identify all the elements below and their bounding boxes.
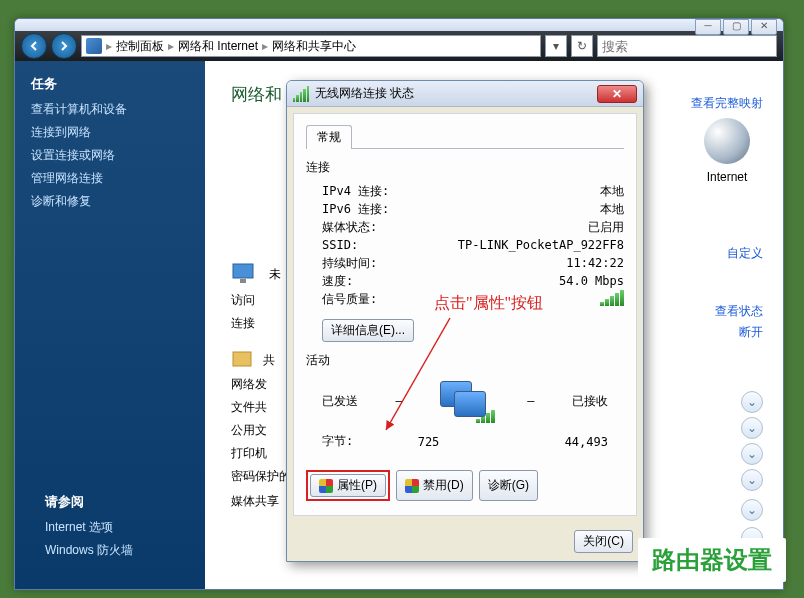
ipv6-label: IPv6 连接: [322, 200, 442, 218]
sidebar-item-devices[interactable]: 查看计算机和设备 [31, 101, 189, 118]
recv-label: 已接收 [572, 393, 608, 410]
tasks-heading: 任务 [31, 75, 189, 93]
breadcrumb-item[interactable]: 控制面板 [116, 38, 164, 55]
details-button[interactable]: 详细信息(E)... [322, 319, 414, 342]
svg-rect-2 [233, 352, 251, 366]
maximize-button[interactable]: ▢ [723, 19, 749, 35]
minimize-button[interactable]: ─ [695, 19, 721, 35]
network-icon [231, 262, 261, 286]
duration-value: 11:42:22 [442, 254, 624, 272]
shield-icon [405, 479, 419, 493]
network-name-partial: 未 [269, 266, 281, 283]
bytes-recv: 44,493 [515, 435, 608, 449]
view-map-link[interactable]: 查看完整映射 [691, 95, 763, 112]
breadcrumb-item[interactable]: 网络和共享中心 [272, 38, 356, 55]
breadcrumb-item[interactable]: 网络和 Internet [178, 38, 258, 55]
dialog-titlebar: 无线网络连接 状态 ✕ [287, 81, 643, 107]
back-button[interactable] [21, 33, 47, 59]
address-bar: ▸ 控制面板 ▸ 网络和 Internet ▸ 网络和共享中心 ▾ ↻ [15, 31, 783, 61]
see-also-heading: 请参阅 [45, 493, 133, 511]
ipv6-value: 本地 [442, 200, 624, 218]
arrow-right-icon [58, 40, 70, 52]
dialog-title: 无线网络连接 状态 [315, 85, 591, 102]
dialog-close-button[interactable]: ✕ [597, 85, 637, 103]
tutorial-annotation: 点击"属性"按钮 [434, 293, 543, 314]
activity-group-title: 活动 [306, 352, 624, 369]
globe-icon [704, 118, 750, 164]
sidebar-item-connect[interactable]: 连接到网络 [31, 124, 189, 141]
ssid-value: TP-LINK_PocketAP_922FF8 [442, 236, 624, 254]
forward-button[interactable] [51, 33, 77, 59]
duration-label: 持续时间: [322, 254, 442, 272]
annotation-highlight: 属性(P) [306, 470, 390, 501]
signal-label: 信号质量: [322, 290, 442, 311]
sidebar-item-inetopts[interactable]: Internet 选项 [45, 519, 133, 536]
control-panel-icon [86, 38, 102, 54]
expand-button[interactable]: ⌄ [741, 443, 763, 465]
arrow-left-icon [28, 40, 40, 52]
wifi-icon [293, 86, 309, 102]
bytes-label: 字节: [322, 433, 382, 450]
bytes-sent: 725 [382, 435, 475, 449]
refresh-button[interactable]: ↻ [571, 35, 593, 57]
disconnect-link[interactable]: 断开 [715, 324, 763, 341]
expand-button[interactable]: ⌄ [741, 469, 763, 491]
window-controls: ─ ▢ ✕ [695, 19, 777, 35]
ssid-label: SSID: [322, 236, 442, 254]
tab-general[interactable]: 常规 [306, 125, 352, 149]
svg-rect-0 [233, 264, 253, 278]
signal-bars-icon [600, 290, 624, 306]
disable-button-label: 禁用(D) [423, 477, 464, 494]
breadcrumb[interactable]: ▸ 控制面板 ▸ 网络和 Internet ▸ 网络和共享中心 [81, 35, 541, 57]
properties-button[interactable]: 属性(P) [310, 474, 386, 497]
sharing-heading-partial: 共 [263, 352, 275, 369]
view-status-link[interactable]: 查看状态 [715, 303, 763, 320]
breadcrumb-dropdown[interactable]: ▾ [545, 35, 567, 57]
sidebar-item-setup[interactable]: 设置连接或网络 [31, 147, 189, 164]
speed-label: 速度: [322, 272, 442, 290]
diagnose-button[interactable]: 诊断(G) [479, 470, 538, 501]
wifi-status-dialog: 无线网络连接 状态 ✕ 常规 连接 IPv4 连接:本地 IPv6 连接:本地 … [286, 80, 644, 562]
activity-icon [440, 381, 490, 421]
close-button[interactable]: ✕ [751, 19, 777, 35]
shield-icon [319, 479, 333, 493]
task-sidebar: 任务 查看计算机和设备 连接到网络 设置连接或网络 管理网络连接 诊断和修复 请… [15, 61, 205, 589]
speed-value: 54.0 Mbps [442, 272, 624, 290]
expand-button[interactable]: ⌄ [741, 499, 763, 521]
expand-button[interactable]: ⌄ [741, 417, 763, 439]
search-input[interactable] [597, 35, 777, 57]
disable-button[interactable]: 禁用(D) [396, 470, 473, 501]
sidebar-item-firewall[interactable]: Windows 防火墙 [45, 542, 133, 559]
sharing-icon [231, 350, 255, 370]
internet-label: Internet [691, 170, 763, 184]
expand-button[interactable]: ⌄ [741, 391, 763, 413]
sidebar-item-diagnose[interactable]: 诊断和修复 [31, 193, 189, 210]
properties-button-label: 属性(P) [337, 477, 377, 494]
sidebar-item-manage[interactable]: 管理网络连接 [31, 170, 189, 187]
watermark: 路由器设置 [638, 538, 786, 582]
svg-rect-1 [240, 279, 246, 283]
close-dialog-button[interactable]: 关闭(C) [574, 530, 633, 553]
ipv4-value: 本地 [442, 182, 624, 200]
sent-label: 已发送 [322, 393, 358, 410]
media-value: 已启用 [442, 218, 624, 236]
ipv4-label: IPv4 连接: [322, 182, 442, 200]
customize-link[interactable]: 自定义 [727, 245, 763, 262]
tabset: 常规 [306, 124, 624, 149]
media-label: 媒体状态: [322, 218, 442, 236]
connection-group-title: 连接 [306, 159, 624, 176]
